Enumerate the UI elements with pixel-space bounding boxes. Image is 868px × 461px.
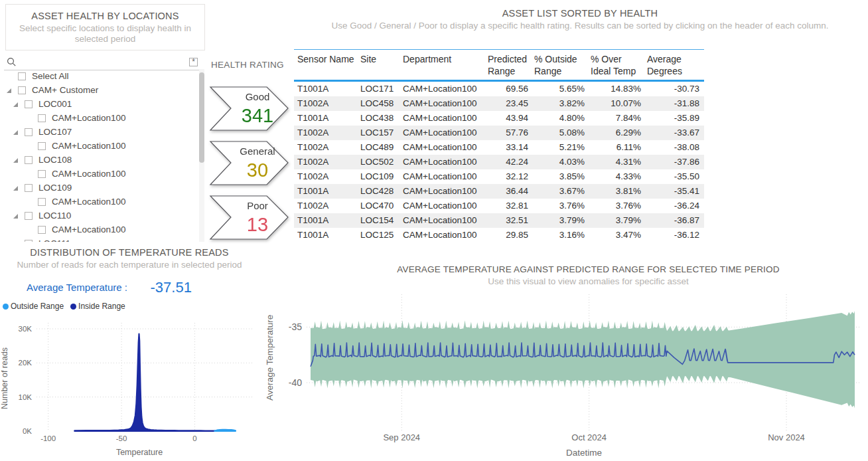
tree-item-loc108[interactable]: LOC108 <box>0 153 198 167</box>
chart-text: 0 <box>192 434 196 442</box>
table-cell: 69.56 <box>484 82 531 96</box>
table-cell: 4.31% <box>587 155 644 169</box>
distribution-svg: 0K10K20K30K-100-500TemperatureNumber of … <box>0 310 259 461</box>
checkbox[interactable] <box>18 72 26 80</box>
table-cell: 3.79% <box>531 213 587 228</box>
col-header-site[interactable]: Site <box>357 53 399 77</box>
tree-item-label: CAM+Location100 <box>52 169 125 179</box>
table-row: T1001ALOC171CAM+Location10069.565.65%14.… <box>294 82 704 96</box>
table-cell: 4.33% <box>587 169 644 184</box>
tree-item-loc107[interactable]: LOC107 <box>0 125 198 139</box>
table-cell: T1002A <box>294 199 357 213</box>
table-cell: CAM+Location100 <box>399 140 484 155</box>
collapse-triangle-icon[interactable] <box>12 156 20 164</box>
slicer-subtitle: Select specific locations to display hea… <box>6 23 204 45</box>
collapse-triangle-icon[interactable] <box>12 184 20 192</box>
checkbox[interactable] <box>25 184 33 192</box>
table-row: T1002ALOC489CAM+Location10033.145.21%6.1… <box>294 140 704 155</box>
collapse-triangle-icon[interactable] <box>12 128 20 136</box>
table-cell: 4.03% <box>531 155 587 169</box>
predicted-range-band <box>311 311 855 408</box>
slicer-search-box[interactable]: * <box>4 56 199 70</box>
tree-scrollbar[interactable] <box>199 69 204 242</box>
tree-item-label: Select All <box>32 71 69 81</box>
tree-item-loc109[interactable]: LOC109 <box>0 181 198 195</box>
avg-temp-chart: -35-40Sep 2024Oct 2024Nov 2024DatetimeAv… <box>262 290 868 461</box>
table-cell: LOC171 <box>357 82 399 96</box>
table-cell: 3.85% <box>531 169 587 184</box>
checkbox[interactable] <box>38 114 46 122</box>
asterisk-box-icon[interactable]: * <box>189 58 198 66</box>
table-row: T1002ALOC109CAM+Location10032.123.85%4.3… <box>294 169 704 184</box>
average-temperature-label: Average Temperature : <box>27 282 127 293</box>
checkbox[interactable] <box>38 226 46 234</box>
triangle-placeholder <box>25 226 33 234</box>
checkbox[interactable] <box>18 86 26 94</box>
table-cell: -33.67 <box>644 126 702 140</box>
tree-item-cam-location100[interactable]: CAM+Location100 <box>0 111 198 125</box>
health-chevron-poor[interactable]: Poor13 <box>209 195 290 242</box>
avg-temp-subtitle: Use this visual to view anomalies for sp… <box>309 276 868 286</box>
col-header-average-degrees[interactable]: Average Degrees <box>644 53 702 77</box>
tree-item-cam-location100[interactable]: CAM+Location100 <box>0 223 198 236</box>
table-cell: 6.29% <box>587 126 644 140</box>
checkbox[interactable] <box>25 128 33 136</box>
col-header-predicted-range[interactable]: Predicted Range <box>484 53 531 77</box>
tree-item-select-all[interactable]: Select All <box>0 69 198 83</box>
distribution-chart: 0K10K20K30K-100-500TemperatureNumber of … <box>0 310 259 461</box>
chart-text: -35 <box>289 322 302 332</box>
collapse-triangle-icon[interactable] <box>5 86 13 94</box>
tree-item-loc110[interactable]: LOC110 <box>0 209 198 223</box>
asset-table-header: Sensor NameSiteDepartmentPredicted Range… <box>294 50 704 82</box>
collapse-triangle-icon[interactable] <box>12 212 20 220</box>
asset-list-subtitle: Use Good / General / Poor to display a s… <box>294 21 866 31</box>
tree-item-label: LOC109 <box>38 183 72 193</box>
col-header-over-ideal-temp[interactable]: % Over Ideal Temp <box>587 53 644 77</box>
table-cell: CAM+Location100 <box>399 126 484 140</box>
col-header-department[interactable]: Department <box>399 53 484 77</box>
table-cell: 14.83% <box>587 82 644 96</box>
slicer-title: ASSET HEALTH BY LOCATIONS <box>6 11 204 21</box>
tree-item-label: LOC108 <box>38 155 72 165</box>
table-cell: 3.16% <box>531 228 587 242</box>
table-cell: 23.45 <box>484 96 531 111</box>
checkbox[interactable] <box>38 142 46 150</box>
table-row: T1001ALOC125CAM+Location10029.853.16%3.4… <box>294 228 704 242</box>
health-chevron-good[interactable]: Good341 <box>209 86 290 134</box>
tree-item-cam-customer[interactable]: CAM+ Customer <box>0 83 198 97</box>
table-cell: -36.24 <box>644 199 702 213</box>
checkbox[interactable] <box>25 156 33 164</box>
table-cell: T1001A <box>294 228 357 242</box>
table-cell: 43.94 <box>484 111 531 126</box>
tree-item-cam-location100[interactable]: CAM+Location100 <box>0 167 198 181</box>
triangle-placeholder <box>5 72 13 80</box>
table-cell: -35.50 <box>644 169 702 184</box>
checkbox[interactable] <box>38 170 46 178</box>
checkbox[interactable] <box>25 212 33 220</box>
health-rating-title: HEALTH RATING <box>211 60 293 70</box>
table-cell: LOC438 <box>357 111 399 126</box>
chart-text: Temperature <box>116 448 163 457</box>
col-header-sensor-name[interactable]: Sensor Name <box>294 53 357 77</box>
tree-scrollbar-thumb[interactable] <box>199 72 204 163</box>
tree-item-label: LOC001 <box>38 99 72 109</box>
table-cell: 32.81 <box>484 199 531 213</box>
search-input[interactable] <box>20 56 179 69</box>
chart-text: 0K <box>23 427 32 435</box>
collapse-triangle-icon[interactable] <box>12 100 20 108</box>
checkbox[interactable] <box>38 198 46 206</box>
asset-table-body: T1001ALOC171CAM+Location10069.565.65%14.… <box>294 82 704 242</box>
checkbox[interactable] <box>25 240 33 242</box>
col-header-outside-range[interactable]: % Outside Range <box>531 53 587 77</box>
distribution-title: DISTRIBUTION OF TEMPERATURE READS <box>0 247 259 258</box>
tree-item-loc001[interactable]: LOC001 <box>0 97 198 111</box>
table-cell: 3.67% <box>531 184 587 199</box>
tree-item-cam-location100[interactable]: CAM+Location100 <box>0 139 198 153</box>
checkbox[interactable] <box>25 100 33 108</box>
table-row: T1002ALOC458CAM+Location10023.453.82%10.… <box>294 96 704 111</box>
health-chevron-general[interactable]: General30 <box>209 141 290 188</box>
table-cell: T1001A <box>294 111 357 126</box>
tree-item-loc111[interactable]: LOC111 <box>0 236 198 242</box>
table-cell: CAM+Location100 <box>399 111 484 126</box>
tree-item-cam-location100[interactable]: CAM+Location100 <box>0 195 198 209</box>
